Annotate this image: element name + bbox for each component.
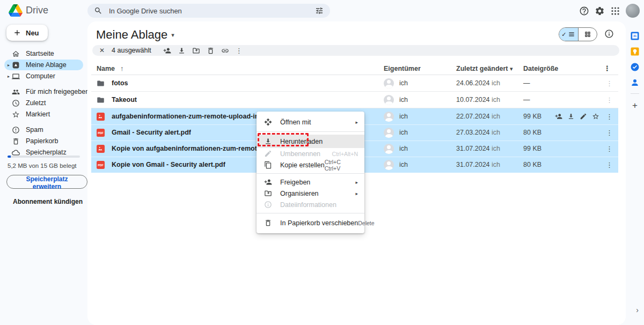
more-vertical-icon[interactable]: ⋮ [606, 96, 611, 104]
menu-item-share[interactable]: Freigeben▸ [257, 176, 364, 188]
account-avatar[interactable] [626, 4, 640, 18]
rail-keep-icon[interactable] [630, 47, 640, 56]
download-icon[interactable] [567, 113, 575, 120]
rail-tasks-icon[interactable] [630, 62, 640, 72]
row-actions: ⋮ [555, 129, 618, 137]
modified-by: ich [492, 145, 500, 152]
file-name: Takeout [112, 96, 137, 104]
get-add-ons-icon[interactable]: + [630, 101, 640, 110]
more-vertical-icon[interactable]: ⋮ [606, 161, 611, 169]
grid-view-icon [584, 31, 591, 38]
person-add-icon[interactable] [163, 47, 171, 55]
trash-icon[interactable] [207, 47, 215, 55]
folder-move-icon[interactable] [192, 47, 200, 55]
page-title[interactable]: Meine Ablage [96, 28, 167, 42]
sidebar-item-computer[interactable]: ▸Computer [4, 71, 83, 82]
folder-icon [97, 79, 105, 87]
menu-item-download[interactable]: Herunterladen [257, 135, 364, 148]
owner-avatar [384, 160, 394, 170]
menu-item-label: Herunterladen [280, 138, 358, 145]
star-icon[interactable] [592, 113, 599, 120]
pdf-file-icon: PDF [97, 161, 105, 169]
sidebar-item-meine-ablage[interactable]: ▸Meine Ablage [4, 60, 83, 70]
sidebar-item-label: Computer [26, 72, 55, 80]
expand-arrow-icon[interactable]: ▸ [5, 63, 12, 68]
more-vertical-icon[interactable]: ⋮ [236, 47, 241, 55]
more-vertical-icon[interactable]: ⋮ [606, 113, 611, 121]
sidebar-item-startseite[interactable]: Startseite [4, 48, 83, 59]
column-header-size[interactable]: Dateigröße [523, 65, 555, 72]
search-bar[interactable] [87, 4, 330, 18]
details-info-icon[interactable] [604, 29, 614, 39]
sidebar-item-zuletzt[interactable]: Zuletzt [4, 98, 83, 108]
pencil-icon[interactable] [580, 113, 587, 120]
menu-divider [257, 213, 364, 213]
download-icon[interactable] [178, 47, 186, 55]
menu-item-open-with[interactable]: Öffnen mit▸ [257, 115, 364, 129]
title-dropdown-caret-icon[interactable]: ▾ [171, 32, 174, 39]
modified-cell: 24.06.2024 ich [456, 79, 523, 87]
menu-item-organize[interactable]: Organisieren▸ [257, 188, 364, 199]
sidebar-item-fuer-mich-freigegeben[interactable]: Für mich freigegeben [4, 86, 83, 97]
pencil-icon [264, 150, 272, 158]
search-input[interactable] [108, 6, 310, 16]
search-options-icon[interactable] [315, 6, 324, 15]
column-header-owner[interactable]: Eigentümer [384, 65, 456, 72]
row-actions: ⋮ [555, 96, 618, 104]
context-menu: Öffnen mit▸HerunterladenUmbenennenCtrl+A… [257, 112, 364, 233]
new-button[interactable]: Neu [6, 25, 48, 41]
get-more-storage-button[interactable]: Speicherplatz erweitern [6, 175, 87, 189]
menu-item-file-info: Dateiinformationen [257, 199, 364, 210]
size-cell: 80 KB [523, 161, 555, 168]
google-apps-grid-icon[interactable] [610, 6, 620, 16]
file-name: Gmail - Security alert.pdf [112, 129, 191, 136]
table-row[interactable]: Takeoutich10.07.2024 ich—⋮ [91, 92, 618, 108]
expand-arrow-icon[interactable]: ▸ [5, 74, 12, 79]
menu-item-label: In Papierkorb verschieben [280, 219, 358, 227]
sidebar-item-label: Markiert [26, 110, 50, 118]
svg-text:PDF: PDF [98, 131, 104, 135]
computer-icon [12, 72, 20, 80]
person-add-icon[interactable] [555, 113, 562, 120]
size-cell: 99 KB [523, 145, 555, 152]
menu-item-move-to-trash[interactable]: In Papierkorb verschiebenDelete [257, 216, 364, 230]
table-row[interactable]: fotosich24.06.2024 ich—⋮ [91, 75, 618, 92]
column-header-more-icon[interactable]: ⋮ [555, 64, 618, 72]
sidebar-item-papierkorb[interactable]: Papierkorb [4, 136, 83, 146]
modified-cell: 31.07.2024 ich [456, 161, 523, 168]
svg-text:31: 31 [633, 34, 636, 38]
list-view-button[interactable]: ✓ [559, 28, 578, 41]
collapse-panel-chevron-icon[interactable]: › [636, 306, 639, 314]
link-icon[interactable] [221, 47, 229, 55]
modified-cell: 31.07.2024 ich [456, 145, 523, 152]
sidebar-item-spam[interactable]: Spam [4, 124, 83, 135]
sidebar-item-markiert[interactable]: Markiert [4, 109, 83, 120]
sidebar-item-label: Startseite [26, 50, 54, 57]
menu-item-shortcut: Ctrl+C Ctrl+V [325, 159, 358, 172]
side-panel-rail: 31 + › [626, 21, 644, 325]
menu-item-make-copy[interactable]: Kopie erstellenCtrl+C Ctrl+V [257, 159, 364, 171]
owner-name: ich [399, 161, 408, 168]
cancel-subscription-link[interactable]: Abonnement kündigen [13, 198, 87, 205]
owner-cell: ich [384, 112, 456, 122]
sidebar-item-label: Zuletzt [26, 99, 46, 107]
svg-text:PDF: PDF [98, 164, 104, 167]
view-toggle[interactable]: ✓ [559, 27, 597, 41]
plus-icon [13, 28, 21, 37]
rail-calendar-icon[interactable]: 31 [630, 31, 640, 41]
settings-gear-icon[interactable] [595, 6, 605, 16]
clear-selection-button[interactable]: ✕ [99, 47, 105, 54]
help-icon[interactable] [579, 6, 589, 16]
rail-contacts-icon[interactable] [630, 78, 640, 87]
people-icon [12, 88, 20, 96]
more-vertical-icon[interactable]: ⋮ [606, 129, 611, 137]
menu-item-label: Freigeben [280, 179, 355, 186]
more-vertical-icon[interactable]: ⋮ [606, 145, 611, 153]
sidebar-item-label: Meine Ablage [26, 61, 67, 69]
more-vertical-icon[interactable]: ⋮ [606, 79, 611, 87]
column-header-modified[interactable]: Zuletzt geändert ▾ [456, 65, 523, 72]
image-file-icon [97, 145, 105, 153]
column-header-name[interactable]: Name ↑ [91, 65, 384, 72]
grid-view-button[interactable] [578, 28, 597, 41]
selection-toolbar: ✕ 4 ausgewählt ⋮ [92, 45, 619, 56]
